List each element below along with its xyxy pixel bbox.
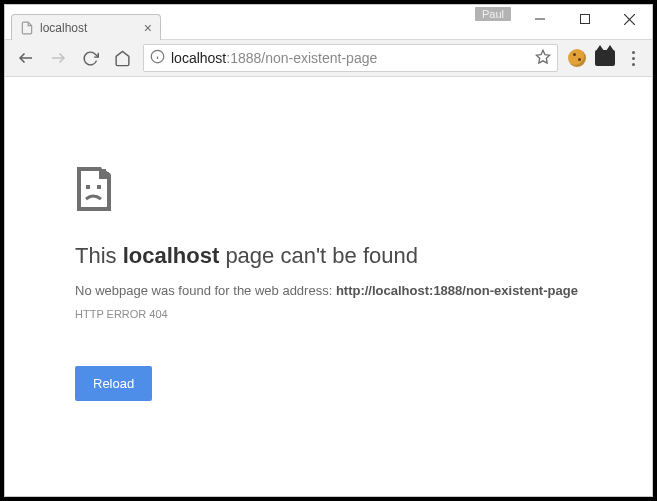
url-host: localhost [171, 50, 226, 66]
file-icon [20, 21, 34, 35]
address-bar[interactable]: localhost:1888/non-existent-page [143, 44, 558, 72]
back-button[interactable] [11, 43, 41, 73]
headline-host: localhost [123, 243, 220, 268]
error-code: HTTP ERROR 404 [75, 308, 652, 320]
error-headline: This localhost page can't be found [75, 243, 652, 269]
sad-page-icon [75, 167, 652, 215]
reload-button[interactable]: Reload [75, 366, 152, 401]
titlebar: localhost × Paul [5, 5, 652, 39]
svg-rect-1 [580, 15, 589, 24]
headline-prefix: This [75, 243, 123, 268]
svg-rect-13 [97, 185, 101, 189]
sub-url: http://localhost:1888/non-existent-page [336, 283, 578, 298]
svg-rect-10 [103, 169, 106, 172]
svg-rect-11 [106, 172, 109, 175]
window-controls: Paul [475, 5, 652, 39]
svg-marker-9 [536, 50, 549, 63]
maximize-button[interactable] [562, 5, 607, 33]
svg-rect-12 [86, 185, 90, 189]
forward-button[interactable] [43, 43, 73, 73]
close-tab-icon[interactable]: × [144, 21, 152, 35]
extension-cookie-icon[interactable] [564, 45, 590, 71]
toolbar: localhost:1888/non-existent-page [5, 39, 652, 77]
minimize-button[interactable] [517, 5, 562, 33]
browser-tab[interactable]: localhost × [11, 14, 161, 40]
close-window-button[interactable] [607, 5, 652, 33]
site-info-icon[interactable] [150, 49, 165, 67]
tab-title: localhost [40, 21, 87, 35]
home-button[interactable] [107, 43, 137, 73]
url-path: :1888/non-existent-page [226, 50, 377, 66]
sub-prefix: No webpage was found for the web address… [75, 283, 336, 298]
user-badge[interactable]: Paul [475, 7, 511, 21]
browser-menu-button[interactable] [620, 45, 646, 71]
reload-nav-button[interactable] [75, 43, 105, 73]
bookmark-star-icon[interactable] [535, 49, 551, 68]
url-display: localhost:1888/non-existent-page [171, 50, 377, 66]
browser-window: localhost × Paul [4, 4, 653, 497]
tab-strip: localhost × [5, 5, 161, 39]
extension-cat-icon[interactable] [592, 45, 618, 71]
error-subtext: No webpage was found for the web address… [75, 283, 652, 298]
page-content: This localhost page can't be found No we… [5, 77, 652, 496]
headline-suffix: page can't be found [219, 243, 418, 268]
